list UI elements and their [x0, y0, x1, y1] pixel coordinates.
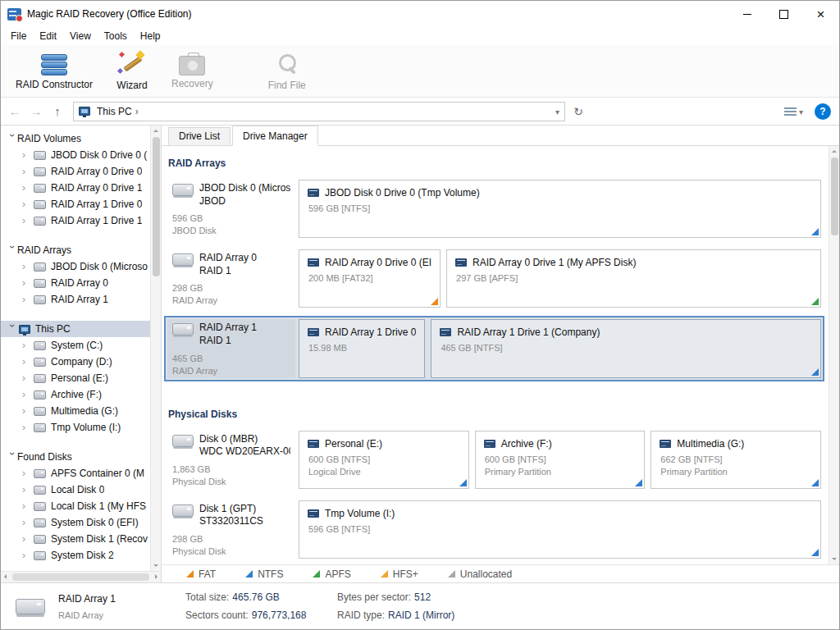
drive-box[interactable]: Archive (F:) 600 GB [NTFS] Primary Parti… [475, 431, 646, 489]
content-vertical-scrollbar[interactable] [829, 146, 839, 564]
scroll-left-icon[interactable] [4, 574, 7, 579]
chevron-right-icon[interactable] [22, 468, 32, 479]
drive-box[interactable]: RAID Array 1 Drive 0 15.98 MB [299, 319, 425, 377]
tree-item-raid-array-1-drive-1[interactable]: RAID Array 1 Drive 1 [1, 212, 150, 229]
scrollbar-thumb[interactable] [12, 573, 149, 581]
menu-tools[interactable]: Tools [98, 28, 134, 44]
tab-drive-list[interactable]: Drive List [168, 127, 231, 146]
forward-icon[interactable] [25, 101, 47, 122]
chevron-right-icon[interactable] [22, 484, 32, 495]
chevron-right-icon[interactable] [22, 261, 32, 272]
address-dropdown-icon[interactable] [555, 106, 559, 117]
chevron-right-icon[interactable] [22, 550, 32, 561]
tree-item-raid-array-0-drive-1[interactable]: RAID Array 0 Drive 1 [1, 180, 150, 196]
raid-row-array-0[interactable]: RAID Array 0 RAID 1 298 GB RAID Array RA… [165, 247, 824, 310]
sidebar-vertical-scrollbar[interactable] [150, 126, 161, 571]
raid-constructor-button[interactable]: RAID Constructor [6, 48, 103, 93]
chevron-right-icon[interactable] [22, 517, 32, 528]
menu-help[interactable]: Help [134, 28, 167, 44]
scroll-down-icon[interactable] [153, 564, 158, 567]
tree-item-tmp-volume-i[interactable]: Tmp Volume (I:) [1, 419, 150, 436]
sidebar-section-this-pc[interactable]: This PC [1, 321, 150, 337]
tree-item-local-disk-1[interactable]: Local Disk 1 (My HFS [1, 498, 150, 514]
sidebar-section-raid-volumes[interactable]: RAID Volumes [1, 130, 150, 147]
fs-type-triangle [459, 479, 467, 486]
chevron-down-icon[interactable] [7, 134, 18, 144]
menu-file[interactable]: File [4, 28, 33, 44]
drive-box[interactable]: RAID Array 0 Drive 1 (My APFS Disk) 297 … [446, 249, 821, 308]
tree-item-system-disk-2[interactable]: System Disk 2 [1, 547, 150, 564]
chevron-down-icon[interactable] [7, 452, 18, 462]
tree-item-raid-array-0[interactable]: RAID Array 0 [1, 275, 150, 291]
chevron-right-icon[interactable] [22, 215, 32, 226]
scroll-up-icon[interactable] [832, 150, 837, 153]
drive-box[interactable]: Tmp Volume (I:) 596 GB [NTFS] [299, 500, 821, 559]
tree-item-jbod-disk-0-drive-0[interactable]: JBOD Disk 0 Drive 0 ( [1, 147, 150, 163]
drive-size: 596 GB [NTFS] [308, 203, 812, 213]
breadcrumb[interactable]: This PC [73, 102, 565, 121]
menu-view[interactable]: View [63, 28, 98, 44]
refresh-icon[interactable] [568, 102, 588, 121]
tree-item-archive-f[interactable]: Archive (F:) [1, 386, 150, 403]
chevron-right-icon[interactable] [22, 166, 32, 177]
tree-item-company-d[interactable]: Company (D:) [1, 354, 150, 370]
tree-item-jbod-disk-0[interactable]: JBOD Disk 0 (Microso [1, 258, 150, 275]
chevron-right-icon[interactable] [22, 199, 32, 210]
drive-box[interactable]: RAID Array 1 Drive 1 (Company) 465 GB [N… [431, 319, 821, 377]
drive-name: JBOD Disk 0 Drive 0 (Tmp Volume) [325, 187, 480, 199]
breadcrumb-separator-icon[interactable] [135, 106, 139, 117]
physical-row-disk-1[interactable]: Disk 1 (GPT) ST3320311CS 298 GB Physical… [165, 498, 824, 561]
raid-row-jbod[interactable]: JBOD Disk 0 (Micros JBOD 596 GB JBOD Dis… [165, 177, 824, 240]
chevron-right-icon[interactable] [22, 356, 32, 368]
tree-item-system-c[interactable]: System (C:) [1, 337, 150, 354]
menu-edit[interactable]: Edit [33, 28, 63, 44]
tree-item-raid-array-0-drive-0[interactable]: RAID Array 0 Drive 0 [1, 163, 150, 180]
chevron-right-icon[interactable] [22, 182, 32, 194]
tree-item-personal-e[interactable]: Personal (E:) [1, 370, 150, 386]
breadcrumb-location[interactable]: This PC [97, 106, 132, 117]
chevron-right-icon[interactable] [22, 340, 32, 351]
tree-item-apfs-container-0[interactable]: APFS Container 0 (M [1, 465, 150, 482]
scrollbar-thumb[interactable] [831, 158, 838, 235]
scroll-right-icon[interactable] [155, 574, 158, 579]
minimize-button[interactable] [728, 1, 765, 27]
chevron-right-icon[interactable] [22, 149, 32, 161]
drive-box[interactable]: Personal (E:) 600 GB [NTFS] Logical Driv… [299, 431, 469, 489]
scroll-down-icon[interactable] [832, 558, 837, 560]
tree-item-system-disk-0[interactable]: System Disk 0 (EFI) [1, 514, 150, 531]
chevron-right-icon[interactable] [22, 277, 32, 289]
drive-box[interactable]: Multimedia (G:) 662 GB [NTFS] Primary Pa… [651, 431, 821, 489]
chevron-right-icon[interactable] [22, 389, 32, 400]
chevron-right-icon[interactable] [22, 422, 32, 433]
close-button[interactable] [802, 1, 839, 27]
chevron-right-icon[interactable] [22, 405, 32, 417]
chevron-down-icon[interactable] [7, 324, 18, 334]
drive-box[interactable]: RAID Array 0 Drive 0 (EI 200 MB [FAT32] [299, 249, 441, 308]
status-total-size: Total size:465.76 GB [185, 591, 337, 603]
wizard-button[interactable]: Wizard [103, 48, 162, 94]
drive-box[interactable]: JBOD Disk 0 Drive 0 (Tmp Volume) 596 GB … [299, 180, 821, 238]
chevron-right-icon[interactable] [22, 533, 32, 545]
tab-drive-manager[interactable]: Drive Manager [232, 126, 318, 146]
physical-row-disk-0[interactable]: Disk 0 (MBR) WDC WD20EARX-00 1,863 GB Ph… [165, 428, 824, 491]
up-icon[interactable] [47, 101, 68, 122]
scrollbar-thumb[interactable] [153, 137, 160, 276]
tree-item-raid-array-1-drive-0[interactable]: RAID Array 1 Drive 0 [1, 196, 150, 212]
back-icon[interactable] [4, 101, 25, 122]
tree-item-multimedia-g[interactable]: Multimedia (G:) [1, 403, 150, 419]
view-mode-button[interactable] [781, 103, 806, 121]
chevron-down-icon[interactable] [7, 245, 18, 255]
help-button[interactable] [815, 103, 831, 120]
sidebar-section-raid-arrays[interactable]: RAID Arrays [1, 242, 150, 258]
tree-item-raid-array-1[interactable]: RAID Array 1 [1, 291, 150, 308]
scroll-up-icon[interactable] [153, 130, 158, 132]
chevron-right-icon[interactable] [22, 294, 32, 305]
tree-item-local-disk-0[interactable]: Local Disk 0 [1, 482, 150, 498]
tree-item-system-disk-1[interactable]: System Disk 1 (Recov [1, 531, 150, 547]
sidebar-horizontal-scrollbar[interactable] [1, 571, 161, 582]
chevron-right-icon[interactable] [22, 372, 32, 384]
maximize-button[interactable] [765, 1, 802, 27]
chevron-right-icon[interactable] [22, 500, 32, 512]
raid-row-array-1-selected[interactable]: RAID Array 1 RAID 1 465 GB RAID Array RA… [165, 317, 824, 380]
sidebar-section-found-disks[interactable]: Found Disks [1, 449, 150, 465]
